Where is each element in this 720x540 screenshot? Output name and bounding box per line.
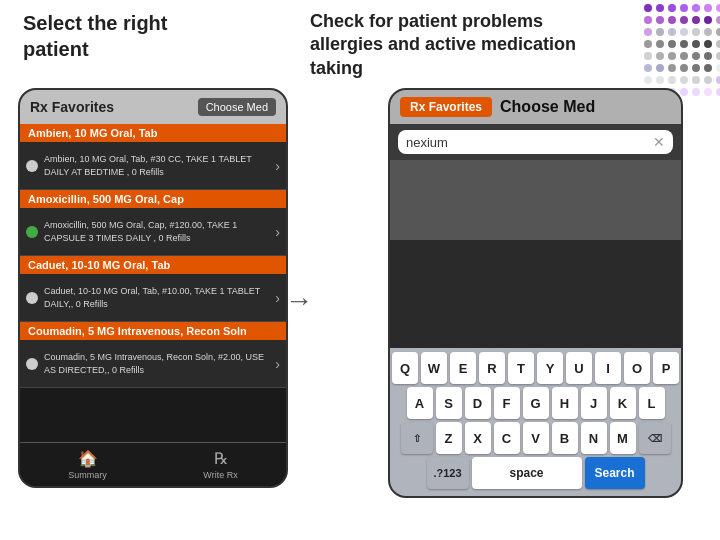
key-j[interactable]: J <box>581 387 607 419</box>
keyboard-row-3: ⇧ Z X C V B N M ⌫ <box>392 422 679 454</box>
key-l[interactable]: L <box>639 387 665 419</box>
choose-med-button[interactable]: Choose Med <box>198 98 276 116</box>
key-c[interactable]: C <box>494 422 520 454</box>
dot-14 <box>644 28 652 36</box>
write-rx-icon: ℞ <box>214 449 228 468</box>
dot-23 <box>668 40 676 48</box>
dot-20 <box>716 28 720 36</box>
nav-write-rx[interactable]: ℞ Write Rx <box>203 449 237 480</box>
dot-1 <box>656 4 664 12</box>
key-search[interactable]: Search <box>585 457 645 489</box>
rx-favorites-tab[interactable]: Rx Favorites <box>400 97 492 117</box>
section-coumadin-header: Coumadin, 5 MG Intravenous, Recon Soln <box>20 322 286 340</box>
summary-icon: 🏠 <box>78 449 98 468</box>
key-q[interactable]: Q <box>392 352 418 384</box>
dot-27 <box>716 40 720 48</box>
dot-3 <box>680 4 688 12</box>
nav-summary[interactable]: 🏠 Summary <box>68 449 107 480</box>
key-t[interactable]: T <box>508 352 534 384</box>
key-z[interactable]: Z <box>436 422 462 454</box>
dot-7 <box>644 16 652 24</box>
med-text-amox: Amoxicillin, 500 MG Oral, Cap, #120.00, … <box>44 219 271 244</box>
center-title: Check for patient problems allergies and… <box>310 10 610 80</box>
dot-52 <box>680 88 688 96</box>
key-v[interactable]: V <box>523 422 549 454</box>
search-input[interactable]: nexium ✕ <box>398 130 673 154</box>
dot-coumadin <box>26 358 38 370</box>
key-s[interactable]: S <box>436 387 462 419</box>
key-delete[interactable]: ⌫ <box>639 422 671 454</box>
dot-34 <box>716 52 720 60</box>
key-shift[interactable]: ⇧ <box>401 422 433 454</box>
dot-48 <box>716 76 720 84</box>
dot-32 <box>692 52 700 60</box>
dot-22 <box>656 40 664 48</box>
key-w[interactable]: W <box>421 352 447 384</box>
chevron-amox: › <box>275 224 280 240</box>
key-g[interactable]: G <box>523 387 549 419</box>
dot-38 <box>680 64 688 72</box>
dot-47 <box>704 76 712 84</box>
dot-37 <box>668 64 676 72</box>
key-e[interactable]: E <box>450 352 476 384</box>
key-b[interactable]: B <box>552 422 578 454</box>
key-k[interactable]: K <box>610 387 636 419</box>
med-item-caduet[interactable]: Caduet, 10-10 MG Oral, Tab, #10.00, TAKE… <box>20 274 286 322</box>
dot-amox <box>26 226 38 238</box>
dot-29 <box>656 52 664 60</box>
dot-12 <box>704 16 712 24</box>
dot-40 <box>704 64 712 72</box>
nav-write-rx-label: Write Rx <box>203 470 237 480</box>
dot-grid-decoration <box>640 0 720 90</box>
keyboard-row-1: Q W E R T Y U I O P <box>392 352 679 384</box>
dot-13 <box>716 16 720 24</box>
clear-search-button[interactable]: ✕ <box>653 134 665 150</box>
dot-8 <box>656 16 664 24</box>
rx-favorites-title: Rx Favorites <box>30 99 114 115</box>
dot-19 <box>704 28 712 36</box>
dot-53 <box>692 88 700 96</box>
dot-46 <box>692 76 700 84</box>
key-m[interactable]: M <box>610 422 636 454</box>
key-h[interactable]: H <box>552 387 578 419</box>
dot-21 <box>644 40 652 48</box>
dot-44 <box>668 76 676 84</box>
key-f[interactable]: F <box>494 387 520 419</box>
key-numbers[interactable]: .?123 <box>427 457 469 489</box>
key-x[interactable]: X <box>465 422 491 454</box>
keyboard-row-2: A S D F G H J K L <box>392 387 679 419</box>
chevron-coumadin: › <box>275 356 280 372</box>
dot-42 <box>644 76 652 84</box>
dot-35 <box>644 64 652 72</box>
key-o[interactable]: O <box>624 352 650 384</box>
med-item-ambien[interactable]: Ambien, 10 MG Oral, Tab, #30 CC, TAKE 1 … <box>20 142 286 190</box>
med-text-ambien: Ambien, 10 MG Oral, Tab, #30 CC, TAKE 1 … <box>44 153 271 178</box>
key-d[interactable]: D <box>465 387 491 419</box>
dot-36 <box>656 64 664 72</box>
key-p[interactable]: P <box>653 352 679 384</box>
med-item-coumadin[interactable]: Coumadin, 5 MG Intravenous, Recon Soln, … <box>20 340 286 388</box>
key-u[interactable]: U <box>566 352 592 384</box>
search-results <box>390 160 681 240</box>
chevron-caduet: › <box>275 290 280 306</box>
med-item-amox[interactable]: Amoxicillin, 500 MG Oral, Cap, #120.00, … <box>20 208 286 256</box>
key-i[interactable]: I <box>595 352 621 384</box>
dot-2 <box>668 4 676 12</box>
key-a[interactable]: A <box>407 387 433 419</box>
dot-28 <box>644 52 652 60</box>
key-r[interactable]: R <box>479 352 505 384</box>
key-y[interactable]: Y <box>537 352 563 384</box>
key-space[interactable]: space <box>472 457 582 489</box>
dot-25 <box>692 40 700 48</box>
dot-11 <box>692 16 700 24</box>
chevron-ambien: › <box>275 158 280 174</box>
right-phone-header: Rx Favorites Choose Med <box>390 90 681 124</box>
dot-26 <box>704 40 712 48</box>
key-n[interactable]: N <box>581 422 607 454</box>
bottom-nav: 🏠 Summary ℞ Write Rx <box>20 442 286 486</box>
arrow-indicator: → <box>285 285 313 317</box>
dot-5 <box>704 4 712 12</box>
dot-17 <box>680 28 688 36</box>
left-title: Select the right patient <box>23 10 233 62</box>
dot-30 <box>668 52 676 60</box>
